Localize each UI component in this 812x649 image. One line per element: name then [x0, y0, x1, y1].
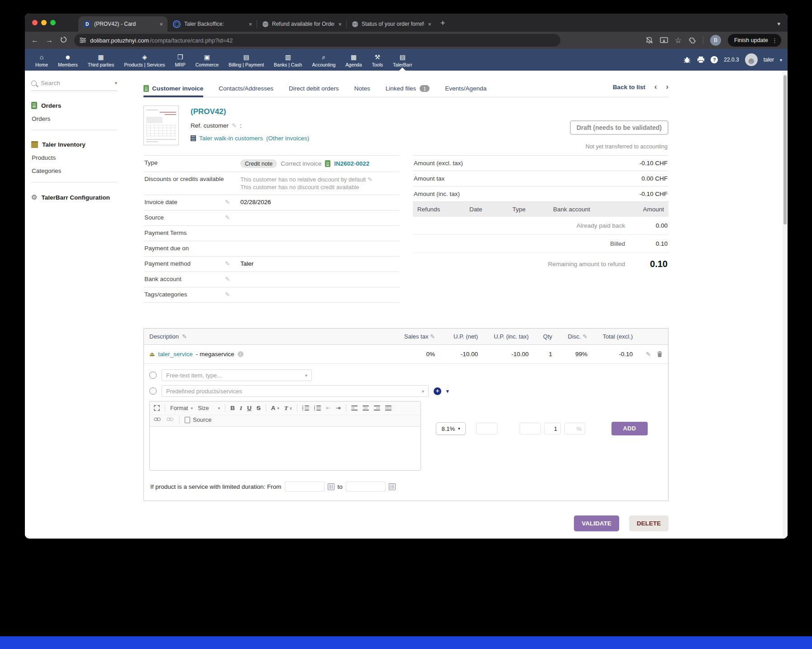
free-text-radio[interactable] [149, 372, 157, 379]
source-button[interactable]: Source [185, 416, 211, 423]
menu-banks-cash[interactable]: ▥Banks | Cash [269, 49, 307, 71]
menu-products-services[interactable]: ◈Products | Services [119, 49, 170, 71]
address-bar[interactable]: dolibarr.potuzhnyi.com/compta/facture/ca… [74, 34, 560, 47]
tab-customer-invoice[interactable]: Customer invoice [143, 85, 203, 97]
edit-pencil-icon[interactable]: ✎ [583, 333, 588, 340]
maximize-window-button[interactable] [50, 20, 56, 25]
delete-button[interactable]: DELETE [629, 515, 669, 531]
menu-tools[interactable]: ⚒Tools [367, 49, 388, 71]
edit-pencil-icon[interactable]: ✎ [368, 176, 373, 183]
bullet-list-icon[interactable] [314, 406, 321, 410]
forward-button[interactable]: → [46, 37, 53, 44]
back-button[interactable]: ← [31, 37, 38, 44]
menu-talerbarr[interactable]: ▤TalerBarr [388, 49, 417, 71]
minimize-window-button[interactable] [41, 20, 47, 25]
menu-mrp[interactable]: ❒MRP [170, 49, 190, 71]
sidebar-item-categories[interactable]: Categories [32, 167, 121, 174]
link-icon[interactable] [154, 418, 162, 422]
edit-pencil-icon[interactable]: ✎ [225, 260, 230, 267]
chevron-down-icon[interactable]: ▾ [446, 388, 449, 394]
delete-line-icon[interactable] [657, 351, 663, 358]
menu-home[interactable]: ⌂Home [30, 49, 53, 71]
edit-pencil-icon[interactable]: ✎ [225, 291, 230, 298]
menu-agenda[interactable]: ▦Agenda [340, 49, 367, 71]
cast-save-icon[interactable] [660, 37, 668, 44]
validate-button[interactable]: VALIDATE [574, 515, 619, 531]
menu-billing-payment[interactable]: ▤Billing | Payment [224, 49, 269, 71]
tab-linked-files[interactable]: Linked files 1 [386, 85, 430, 97]
print-icon[interactable] [697, 56, 705, 63]
edit-pencil-icon[interactable]: ✎ [225, 214, 230, 221]
size-dropdown[interactable]: Size▾ [198, 405, 220, 411]
description-editor[interactable]: Format▾ Size▾ B I U S A▾ Tx [149, 401, 421, 471]
browser-menu-icon[interactable]: ⋮ [772, 37, 778, 44]
tab-events-agenda[interactable]: Events/Agenda [445, 85, 487, 97]
calendar-icon[interactable] [328, 483, 334, 490]
menu-third-parties[interactable]: ▦Third parties [83, 49, 119, 71]
sidebar-search[interactable]: Search ▾ [31, 80, 117, 91]
discount-input[interactable]: % [564, 423, 585, 434]
underline-button[interactable]: U [247, 405, 252, 411]
bookmark-star-icon[interactable]: ☆ [675, 37, 682, 44]
indent-icon[interactable]: ⇥ [336, 405, 341, 411]
info-icon[interactable]: i [238, 351, 244, 357]
menu-commerce[interactable]: ▣Commerce [191, 49, 224, 71]
sidebar-item-orders[interactable]: Orders [32, 115, 121, 122]
unlink-icon[interactable] [167, 418, 174, 422]
sidebar-item-talerbarr-configuration[interactable]: ⚙ TalerBarr Configuration [31, 193, 121, 201]
product-link[interactable]: taler_service [158, 351, 193, 358]
duration-to-input[interactable] [346, 482, 386, 492]
user-name[interactable]: taler [764, 57, 774, 63]
maximize-editor-icon[interactable] [154, 405, 160, 411]
already-paid-value[interactable]: 0.00 [632, 222, 668, 229]
menu-members[interactable]: ☻Members [53, 49, 83, 71]
browser-tab-taler-backoffice[interactable]: Taler Backoffice: × [167, 16, 257, 32]
scrollbar-thumb[interactable] [783, 75, 787, 224]
edit-pencil-icon[interactable]: ✎ [430, 333, 435, 340]
align-justify-icon[interactable] [385, 406, 392, 410]
browser-tab-refund[interactable]: Refund available for Order to × [257, 16, 346, 32]
tab-notes[interactable]: Notes [354, 85, 370, 97]
browser-tab-prov42[interactable]: D (PROV42) - Card × [78, 16, 167, 32]
up-inc-input[interactable] [520, 423, 541, 434]
align-right-icon[interactable] [374, 406, 380, 410]
tab-close-icon[interactable]: × [248, 21, 252, 28]
tab-direct-debit-orders[interactable]: Direct debit orders [289, 85, 339, 97]
notifications-off-icon[interactable] [645, 37, 653, 44]
align-left-icon[interactable] [351, 406, 358, 410]
bold-button[interactable]: B [230, 405, 235, 411]
reload-button[interactable] [60, 36, 67, 44]
new-tab-button[interactable]: + [440, 19, 445, 28]
italic-button[interactable]: I [240, 405, 242, 412]
description-textarea[interactable] [150, 427, 420, 470]
previous-record-icon[interactable]: ‹ [654, 82, 657, 91]
vat-rate-select[interactable]: 8.1% ▾ [436, 422, 466, 435]
user-menu-caret-icon[interactable]: ▾ [780, 57, 782, 62]
back-to-list-link[interactable]: Back to list [613, 84, 645, 91]
other-invoices-link[interactable]: (Other invoices) [266, 135, 309, 142]
finish-update-button[interactable]: Finish update ⋮ [728, 34, 781, 47]
tab-contacts-addresses[interactable]: Contacts/Addresses [219, 85, 273, 97]
search-caret-icon[interactable]: ▾ [115, 80, 117, 86]
edit-pencil-icon[interactable]: ✎ [225, 276, 230, 282]
edit-pencil-icon[interactable]: ✎ [182, 333, 187, 340]
corrected-invoice-link[interactable]: IN2602-0022 [334, 160, 369, 167]
invoice-preview-thumbnail[interactable] [143, 105, 179, 145]
edit-pencil-icon[interactable]: ✎ [225, 199, 230, 205]
user-avatar[interactable]: ☻ [745, 53, 758, 66]
browser-tab-order-status[interactable]: Status of your order forrefund × [347, 16, 436, 32]
align-center-icon[interactable] [363, 406, 369, 410]
strikethrough-button[interactable]: S [257, 405, 261, 411]
predefined-products-select[interactable]: Predefined products/services ▾ [162, 385, 429, 397]
tab-close-icon[interactable]: × [428, 21, 431, 28]
tab-close-icon[interactable]: × [338, 21, 342, 28]
add-product-icon[interactable]: + [434, 387, 441, 395]
edit-line-icon[interactable]: ✎ [646, 351, 651, 358]
edit-pencil-icon[interactable]: ✎ [232, 122, 237, 129]
tab-search-caret-icon[interactable]: ▾ [777, 20, 780, 27]
site-settings-icon[interactable] [80, 38, 86, 43]
duration-from-input[interactable] [285, 482, 325, 492]
format-dropdown[interactable]: Format▾ [170, 405, 193, 411]
add-line-button[interactable]: ADD [611, 422, 648, 435]
thirdparty-link[interactable]: Taler walk-in customers [199, 135, 263, 142]
